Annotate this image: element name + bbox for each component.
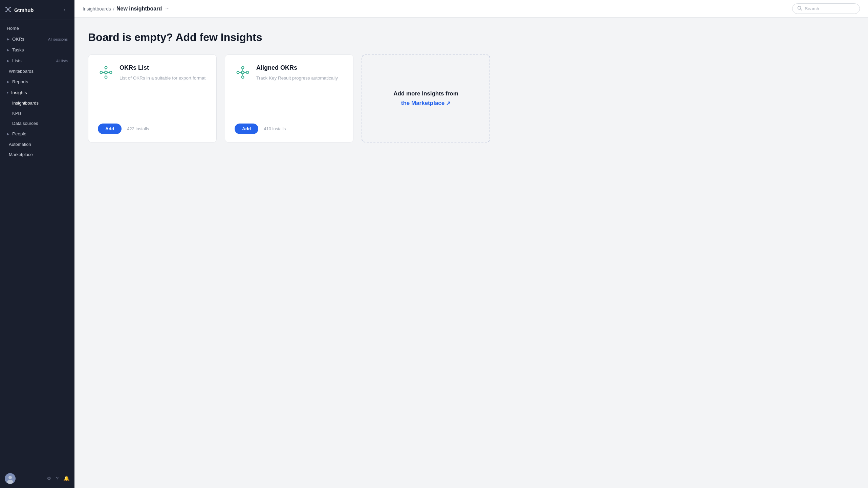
sidebar-item-insightboards[interactable]: Insightboards [2,98,72,108]
okrs-list-icon [98,64,114,82]
insightboards-label: Insightboards [12,101,39,106]
sidebar-item-automation[interactable]: Automation [2,139,72,149]
svg-line-6 [8,7,10,9]
sidebar-item-insights[interactable]: ▾ Insights [2,87,72,98]
marketplace-link-text: the Marketplace [401,100,445,107]
aligned-okrs-desc: Track Key Result progress automatically [256,75,338,82]
okrs-chevron: ▶ [7,37,9,41]
sidebar-collapse-button[interactable]: ← [62,5,70,14]
tasks-label: Tasks [12,47,24,52]
main-panel: Insightboards / New insightboard ··· Sea… [74,0,868,488]
lists-badge: All lists [56,59,68,63]
reports-label: Reports [12,79,28,84]
external-link-icon: ↗ [446,100,451,107]
sidebar-nav: Home ▶ OKRs All sessions ▶ Tasks ▶ Lists… [0,20,74,469]
search-placeholder: Search [805,6,819,11]
more-options-button[interactable]: ··· [165,6,170,12]
sidebar-item-marketplace[interactable]: Marketplace [2,150,72,159]
sidebar-item-home[interactable]: Home [2,23,72,34]
sidebar-item-tasks[interactable]: ▶ Tasks [2,45,72,55]
logo-icon [5,6,12,14]
svg-point-14 [105,71,107,74]
avatar[interactable] [5,473,16,484]
svg-line-5 [6,7,8,9]
topbar: Insightboards / New insightboard ··· Sea… [74,0,868,18]
svg-point-23 [241,71,244,74]
okrs-list-title: OKRs List [120,64,205,71]
aligned-okrs-add-button[interactable]: Add [235,124,258,134]
sidebar-footer: ⚙ ? 🔔 [0,469,74,488]
sidebar-logo: Gtmhub [5,6,34,14]
breadcrumb: Insightboards / New insightboard ··· [83,6,170,12]
marketplace-link[interactable]: the Marketplace ↗ [401,100,451,107]
breadcrumb-separator: / [113,6,114,12]
people-label: People [12,131,26,136]
search-box[interactable]: Search [792,3,860,14]
reports-chevron: ▶ [7,80,9,84]
svg-line-8 [8,9,10,12]
people-chevron: ▶ [7,132,9,136]
sidebar-item-okrs[interactable]: ▶ OKRs All sessions [2,34,72,44]
okrs-badge: All sessions [48,37,68,41]
svg-point-16 [110,71,112,74]
insights-chevron: ▾ [7,91,8,94]
settings-icon[interactable]: ⚙ [47,475,51,482]
insights-label: Insights [11,90,27,95]
insight-card-okrs-list: OKRs List List of OKRs in a suitable for… [88,54,217,142]
svg-line-7 [6,9,8,12]
svg-point-25 [246,71,249,74]
lists-chevron: ▶ [7,59,9,63]
marketplace-label: Marketplace [9,152,33,157]
help-icon[interactable]: ? [56,475,59,482]
svg-point-27 [242,76,244,79]
svg-point-18 [105,76,107,79]
okrs-list-installs: 422 installs [127,126,149,131]
page-title: Board is empty? Add few Insights [88,31,854,44]
tasks-chevron: ▶ [7,48,9,52]
content-area: Board is empty? Add few Insights [74,18,868,488]
svg-point-24 [237,71,239,74]
sidebar-item-datasources[interactable]: Data sources [2,118,72,128]
okrs-label: OKRs [12,37,24,42]
notifications-icon[interactable]: 🔔 [63,475,70,482]
svg-point-26 [242,67,244,69]
sidebar: Gtmhub ← Home ▶ OKRs All sessions ▶ Task… [0,0,74,488]
breadcrumb-current: New insightboard [116,6,162,12]
sidebar-item-people[interactable]: ▶ People [2,129,72,139]
aligned-okrs-installs: 410 installs [264,126,286,131]
datasources-label: Data sources [12,121,38,126]
svg-line-13 [801,9,802,10]
search-icon [797,6,802,12]
marketplace-cta-text: Add more Insights from [393,90,458,97]
okrs-list-desc: List of OKRs in a suitable for export fo… [120,75,205,82]
breadcrumb-link[interactable]: Insightboards [83,6,111,12]
automation-label: Automation [9,142,31,147]
sidebar-item-reports[interactable]: ▶ Reports [2,76,72,87]
lists-label: Lists [12,58,22,63]
insight-card-aligned-okrs: Aligned OKRs Track Key Result progress a… [225,54,353,142]
app-name: Gtmhub [14,7,34,13]
whiteboards-label: Whiteboards [9,69,34,74]
sidebar-item-kpis[interactable]: KPIs [2,108,72,118]
sidebar-item-lists[interactable]: ▶ Lists All lists [2,56,72,66]
aligned-okrs-icon [235,64,251,82]
svg-point-17 [105,67,107,69]
aligned-okrs-title: Aligned OKRs [256,64,338,71]
kpis-label: KPIs [12,111,21,116]
sidebar-item-whiteboards[interactable]: Whiteboards [2,66,72,76]
sidebar-header: Gtmhub ← [0,0,74,20]
svg-point-15 [100,71,103,74]
marketplace-cta-card: Add more Insights from the Marketplace ↗ [362,54,490,142]
home-label: Home [7,26,19,31]
okrs-list-add-button[interactable]: Add [98,124,122,134]
cards-grid: OKRs List List of OKRs in a suitable for… [88,54,854,142]
svg-point-10 [8,476,12,479]
svg-point-11 [7,480,13,484]
